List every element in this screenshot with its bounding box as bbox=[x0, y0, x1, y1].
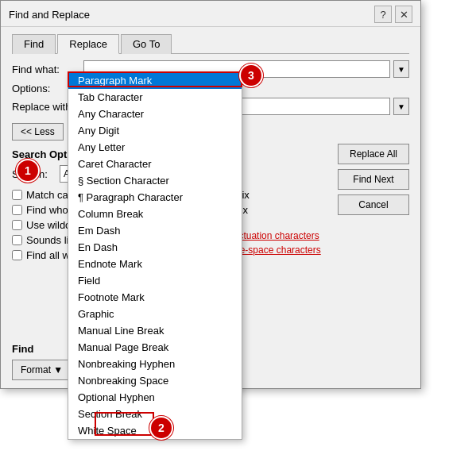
tab-replace[interactable]: Replace bbox=[57, 34, 119, 54]
menu-item-optional-hyphen[interactable]: Optional Hyphen bbox=[68, 389, 242, 406]
menu-item-endnote-mark[interactable]: Endnote Mark bbox=[68, 256, 242, 272]
find-whole-checkbox[interactable] bbox=[12, 205, 22, 215]
menu-item-field[interactable]: Field bbox=[68, 272, 242, 289]
menu-item-any-character[interactable]: Any Character bbox=[68, 106, 242, 122]
menu-item-graphic[interactable]: Graphic bbox=[68, 306, 242, 322]
close-button[interactable]: ✕ bbox=[395, 6, 412, 23]
menu-item-section-character[interactable]: § Section Character bbox=[68, 172, 242, 189]
help-button[interactable]: ? bbox=[374, 6, 392, 23]
use-wildcard-checkbox[interactable] bbox=[12, 220, 22, 230]
menu-item-em-dash[interactable]: Em Dash bbox=[68, 222, 242, 239]
dialog-title: Find and Replace bbox=[9, 9, 90, 21]
find-next-button[interactable]: Find Next bbox=[338, 169, 409, 190]
menu-item-nonbreaking-space[interactable]: Nonbreaking Space bbox=[68, 372, 242, 389]
menu-item-any-letter[interactable]: Any Letter bbox=[68, 139, 242, 156]
menu-item-paragraph-mark[interactable]: Paragraph Mark bbox=[68, 72, 242, 89]
menu-item-nonbreaking-hyphen[interactable]: Nonbreaking Hyphen bbox=[68, 356, 242, 372]
replace-dropdown-btn[interactable]: ▼ bbox=[393, 98, 409, 115]
callout-2: 2 bbox=[151, 418, 172, 438]
menu-item-any-digit[interactable]: Any Digit bbox=[68, 122, 242, 139]
find-section-label: Find bbox=[12, 343, 33, 355]
titlebar-buttons: ? ✕ bbox=[374, 6, 412, 23]
sounds-like-checkbox[interactable] bbox=[12, 235, 22, 245]
special-dropdown-menu: Paragraph Mark Tab Character Any Charact… bbox=[68, 71, 242, 440]
find-all-word-checkbox[interactable] bbox=[12, 250, 22, 260]
cancel-button[interactable]: Cancel bbox=[338, 194, 409, 215]
dialog-tabs: Find Replace Go To bbox=[12, 33, 409, 54]
menu-item-paragraph-character[interactable]: ¶ Paragraph Character bbox=[68, 189, 242, 206]
menu-item-footnote-mark[interactable]: Footnote Mark bbox=[68, 289, 242, 306]
find-dropdown-btn[interactable]: ▼ bbox=[393, 60, 409, 78]
menu-item-manual-line-break[interactable]: Manual Line Break bbox=[68, 322, 242, 339]
callout-1: 1 bbox=[17, 160, 38, 181]
replace-all-button[interactable]: Replace All bbox=[338, 144, 409, 164]
format-button[interactable]: Format ▼ bbox=[12, 360, 72, 380]
tab-goto[interactable]: Go To bbox=[121, 34, 172, 54]
callout-3: 3 bbox=[241, 65, 261, 86]
menu-item-manual-page-break[interactable]: Manual Page Break bbox=[68, 339, 242, 356]
menu-item-column-break[interactable]: Column Break bbox=[68, 206, 242, 222]
menu-item-caret-character[interactable]: Caret Character bbox=[68, 156, 242, 172]
tab-find[interactable]: Find bbox=[12, 34, 56, 54]
menu-item-tab-character[interactable]: Tab Character bbox=[68, 89, 242, 106]
dialog-titlebar: Find and Replace ? ✕ bbox=[1, 1, 420, 27]
action-buttons: Replace All Find Next Cancel bbox=[338, 144, 409, 215]
match-case-checkbox[interactable] bbox=[12, 190, 22, 200]
menu-item-en-dash[interactable]: En Dash bbox=[68, 239, 242, 256]
less-button[interactable]: << Less bbox=[12, 123, 64, 141]
